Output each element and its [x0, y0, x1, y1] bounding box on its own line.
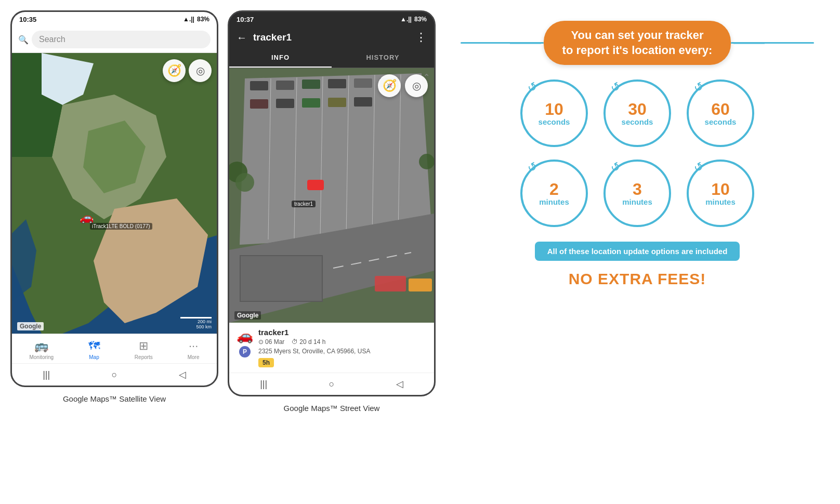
tracker-meta: ⊙ 06 Mar ⏱ 20 d 14 h	[258, 338, 427, 346]
svg-rect-34	[307, 180, 324, 190]
phone1-caption: Google Maps™ Satellite View	[63, 394, 166, 403]
phone2-home-button[interactable]: ○	[319, 377, 345, 392]
svg-rect-18	[302, 79, 320, 89]
circle-10sec-unit: seconds	[539, 117, 570, 126]
phone2-wrapper: 10:37 ▲.|| 83% ← tracker1 ⋮ INFO HISTORY	[228, 10, 436, 413]
svg-rect-22	[250, 99, 268, 109]
tab-history[interactable]: HISTORY	[332, 48, 434, 68]
circle-3min-num: 3	[633, 181, 642, 197]
circle-3min-unit: minutes	[622, 197, 652, 206]
nav-more-label: More	[188, 354, 200, 360]
phone1-search-bar: 🔍 Search	[12, 26, 217, 53]
tracker-title: tracker1	[253, 32, 409, 43]
included-text: All of these location update options are…	[547, 247, 728, 256]
more-icon: ···	[189, 339, 198, 353]
aerial-map[interactable]: tracker1 🧭 ◎ Google ⌃	[229, 68, 434, 323]
clock-icon: ⊙	[258, 338, 264, 346]
svg-rect-25	[328, 98, 346, 107]
promo-heading-line2: to report it's location every:	[562, 43, 713, 58]
aerial-map-svg	[229, 68, 434, 323]
tracker-icon-box: 🚗 P	[237, 328, 253, 357]
phone2-caption: Google Maps™ Street View	[284, 404, 380, 413]
promo-heading-line1: You can set your tracker	[562, 28, 713, 43]
phone2-signal: ▲.||	[400, 16, 412, 23]
car-icon: 🚗	[237, 328, 253, 344]
circle-10min-unit: minutes	[705, 197, 736, 206]
circle-30sec-unit: seconds	[622, 117, 653, 126]
nav-monitoring[interactable]: 🚌 Monitoring	[24, 338, 59, 361]
scale-bar	[180, 317, 212, 319]
back-button[interactable]: ◁	[168, 367, 196, 382]
more-options-button[interactable]: ⋮	[415, 31, 427, 44]
circles-grid: ↺ 10 seconds ↺ 30 seconds ↺ 60	[520, 79, 754, 227]
circle-30sec-ring: ↺ 30 seconds	[603, 79, 671, 147]
circle-2min-arrow: ↺	[525, 159, 540, 176]
phone1-wrapper: 10:35 ▲.|| 83% 🔍 Search	[10, 10, 218, 403]
search-input[interactable]: Search	[32, 31, 211, 48]
circle-2min-num: 2	[549, 181, 559, 197]
tracker-info-card: 🚗 P tracker1 ⊙ 06 Mar ⏱ 20 d 14 h	[229, 323, 434, 373]
promo-heading-box: You can set your tracker to report it's …	[544, 21, 731, 65]
circle-60sec: ↺ 60 seconds	[687, 79, 754, 147]
nav-map[interactable]: 🗺 Map	[83, 338, 105, 361]
nav-more[interactable]: ··· More	[182, 338, 205, 361]
nav-map-label: Map	[89, 354, 99, 360]
map-scale: 200 mi 500 km	[180, 317, 212, 329]
time-icon: ⏱	[292, 338, 298, 346]
phone1-time: 10:35	[19, 16, 36, 23]
tracker-promo: You can set your tracker to report it's …	[461, 21, 814, 288]
svg-point-37	[419, 154, 434, 169]
back-arrow-button[interactable]: ←	[237, 32, 247, 44]
home-button[interactable]: ○	[101, 367, 128, 382]
no-extra-fees: NO EXTRA FEES!	[569, 270, 706, 288]
meta-date-value: 06 Mar	[265, 338, 284, 346]
location-icon: ◎	[196, 64, 205, 77]
tab-info[interactable]: INFO	[229, 48, 332, 68]
included-banner: All of these location update options are…	[535, 242, 740, 261]
aerial-compass[interactable]: 🧭	[378, 74, 401, 97]
phone1-status-bar: 10:35 ▲.|| 83%	[12, 12, 217, 26]
circle-3min-ring: ↺ 3 minutes	[603, 160, 671, 227]
circle-60sec-unit: seconds	[705, 117, 737, 126]
circle-10min-arrow: ↺	[691, 159, 706, 176]
nav-reports[interactable]: ⊞ Reports	[129, 338, 158, 361]
circle-3min: ↺ 3 minutes	[603, 160, 671, 227]
phone1-bottom-nav: 🚌 Monitoring 🗺 Map ⊞ Reports ··· More	[12, 334, 217, 363]
svg-rect-19	[328, 79, 346, 88]
nav-reports-label: Reports	[135, 354, 153, 360]
svg-point-36	[235, 173, 254, 192]
aerial-scroll-button[interactable]: ⌃	[423, 72, 430, 82]
circle-60sec-arrow: ↺	[691, 79, 706, 96]
svg-rect-33	[409, 278, 432, 291]
monitoring-icon: 🚌	[34, 339, 48, 353]
main-layout: 10:35 ▲.|| 83% 🔍 Search	[10, 10, 830, 413]
google-logo-phone1: Google	[17, 322, 44, 330]
phone2-back-button[interactable]: ◁	[386, 376, 414, 392]
phone1-signal: ▲.||	[183, 16, 194, 23]
p-badge: P	[239, 346, 251, 357]
meta-duration: ⏱ 20 d 14 h	[292, 338, 325, 346]
circle-10min-num: 10	[711, 181, 730, 197]
search-icon: 🔍	[18, 35, 28, 44]
circle-30sec-num: 30	[628, 101, 647, 117]
circle-10sec-num: 10	[545, 101, 563, 117]
circle-2min: ↺ 2 minutes	[520, 160, 588, 227]
aerial-tracker-label: tracker1	[292, 201, 316, 207]
svg-rect-26	[354, 97, 372, 107]
phone2-recent-apps-button[interactable]: |||	[250, 377, 278, 392]
aerial-google-logo: Google	[234, 311, 261, 320]
circle-3min-arrow: ↺	[608, 159, 623, 176]
satellite-map[interactable]: 🧭 ◎ 🚗 iTrack1LTE BOLD (0177) Google 200 …	[12, 53, 217, 334]
recent-apps-button[interactable]: |||	[32, 367, 60, 382]
map-location-button[interactable]: ◎	[189, 59, 212, 82]
circle-10sec-arrow: ↺	[525, 79, 540, 96]
circle-60sec-ring: ↺ 60 seconds	[687, 79, 754, 147]
phone1-battery: 83%	[197, 16, 209, 23]
circle-10min-ring: ↺ 10 minutes	[687, 160, 754, 227]
svg-rect-23	[276, 99, 294, 108]
tracker-name: tracker1	[258, 328, 427, 337]
phone2-system-nav: ||| ○ ◁	[229, 373, 434, 395]
map-compass[interactable]: 🧭	[163, 59, 186, 82]
satellite-terrain-svg	[12, 53, 217, 334]
meta-duration-value: 20 d 14 h	[299, 338, 325, 346]
